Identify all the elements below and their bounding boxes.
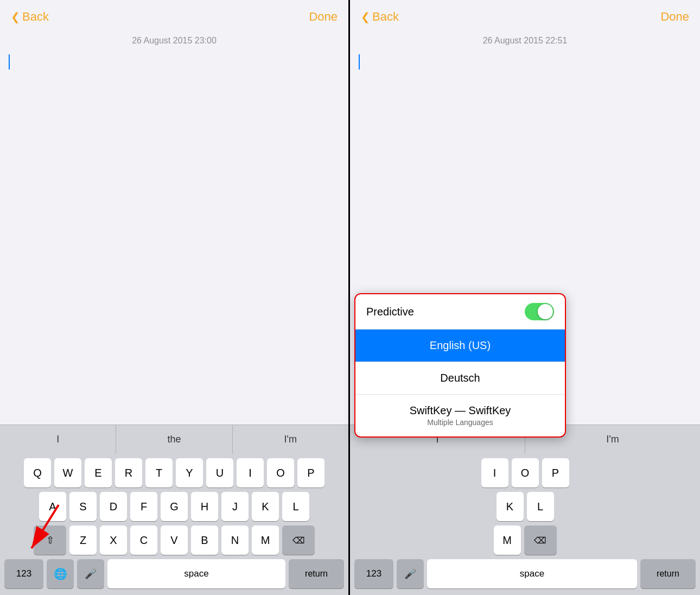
key-v[interactable]: V [161,526,188,555]
lang-swiftkey-sub: Multiple Languages [366,418,554,427]
lang-swiftkey[interactable]: SwiftKey — SwiftKey Multiple Languages [355,395,565,436]
pred-word-im[interactable]: I'm [233,425,348,454]
right-nav-bar: ❮ Back Done [350,0,700,29]
lang-deutsch-label: Deutsch [440,372,480,384]
predictive-label: Predictive [366,306,414,318]
key-n[interactable]: N [221,526,249,555]
left-keyboard: Q W E R T Y U I O P A S D F G H J K [0,454,348,595]
lang-deutsch[interactable]: Deutsch [355,362,565,395]
right-key-mic[interactable]: 🎤 [397,559,424,588]
right-back-button[interactable]: ❮ Back [361,10,399,24]
key-w[interactable]: W [54,458,81,488]
lang-english-us[interactable]: English (US) [355,330,565,362]
key-i[interactable]: I [237,458,264,488]
right-key-delete[interactable]: ⌫ [524,526,557,555]
left-nav-bar: ❮ Back Done [0,0,348,29]
right-back-label: Back [372,10,399,24]
predictive-row: Predictive [355,294,565,330]
right-done-button[interactable]: Done [660,10,689,24]
right-key-space[interactable]: space [427,559,637,588]
left-keyboard-area: I the I'm Q W E R T Y U I O P A S [0,425,348,595]
key-j[interactable]: J [221,492,249,521]
key-m[interactable]: M [252,526,279,555]
key-space[interactable]: space [107,559,285,588]
key-row-2: A S D F G H J K L [2,492,346,521]
toggle-knob [538,304,553,319]
key-shift[interactable]: ⇧ [34,526,66,555]
left-done-button[interactable]: Done [309,10,338,24]
key-y[interactable]: Y [176,458,203,488]
left-cursor [9,54,10,69]
key-mic[interactable]: 🎤 [77,559,104,588]
key-r[interactable]: R [115,458,142,488]
pred-word-i[interactable]: I [0,425,116,454]
right-key-k[interactable]: K [497,492,524,521]
key-a[interactable]: A [39,492,66,521]
key-x[interactable]: X [100,526,127,555]
right-key-l[interactable]: L [527,492,554,521]
right-keyboard: I O P K L M ⌫ 123 🎤 space return [350,454,700,595]
key-bottom-row: 123 🌐 🎤 space return [2,559,346,593]
key-q[interactable]: Q [24,458,51,488]
key-d[interactable]: D [100,492,127,521]
lang-english-us-label: English (US) [430,339,491,351]
key-s[interactable]: S [69,492,97,521]
key-globe[interactable]: 🌐 [47,559,74,588]
key-g[interactable]: G [161,492,188,521]
key-e[interactable]: E [85,458,112,488]
key-p[interactable]: P [297,458,324,488]
key-t[interactable]: T [145,458,173,488]
right-panel: ❮ Back Done 26 August 2015 22:51 I I'm I… [350,0,700,595]
left-note-date: 26 August 2015 23:00 [9,36,340,46]
left-note-area[interactable]: 26 August 2015 23:00 [0,29,348,425]
right-key-bottom-row: 123 🎤 space return [352,559,698,593]
right-key-row-1: I O P [352,458,698,488]
key-l[interactable]: L [282,492,309,521]
key-numbers[interactable]: 123 [4,559,43,588]
right-key-m[interactable]: M [494,526,521,555]
left-back-label: Back [22,10,49,24]
language-popup: Predictive English (US) Deutsch SwiftKey… [354,293,566,438]
left-predictive-bar: I the I'm [0,425,348,454]
left-chevron-icon: ❮ [11,10,20,23]
key-b[interactable]: B [191,526,218,555]
right-note-date: 26 August 2015 22:51 [359,36,691,46]
key-f[interactable]: F [130,492,157,521]
key-c[interactable]: C [130,526,157,555]
left-back-button[interactable]: ❮ Back [11,10,49,24]
right-keyboard-area: I I'm I O P K L M ⌫ 123 🎤 [350,425,700,595]
key-u[interactable]: U [206,458,233,488]
right-key-numbers[interactable]: 123 [354,559,393,588]
pred-word-the[interactable]: the [116,425,232,454]
key-k[interactable]: K [252,492,279,521]
predictive-toggle[interactable] [525,303,554,320]
right-key-return[interactable]: return [640,559,696,588]
right-key-o[interactable]: O [512,458,539,488]
right-key-row-2: K L [352,492,698,521]
right-cursor [359,54,360,69]
key-row-1: Q W E R T Y U I O P [2,458,346,488]
right-key-p[interactable]: P [542,458,569,488]
right-chevron-icon: ❮ [361,10,370,23]
key-delete[interactable]: ⌫ [282,526,315,555]
right-key-row-3: M ⌫ [352,526,698,555]
key-o[interactable]: O [267,458,294,488]
key-return[interactable]: return [289,559,344,588]
left-panel: ❮ Back Done 26 August 2015 23:00 I the I… [0,0,350,595]
key-z[interactable]: Z [69,526,97,555]
key-row-3: ⇧ Z X C V B N M ⌫ [2,526,346,555]
lang-swiftkey-label: SwiftKey — SwiftKey [410,404,511,416]
right-key-i[interactable]: I [481,458,508,488]
key-h[interactable]: H [191,492,218,521]
